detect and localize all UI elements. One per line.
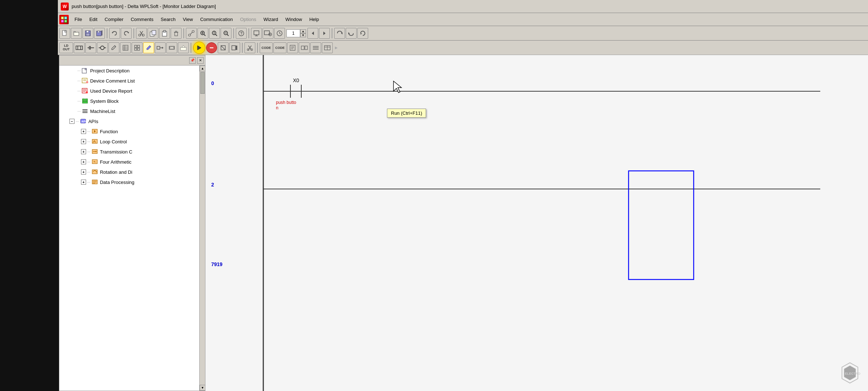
data-processing-icon xyxy=(91,178,98,186)
scrollbar-down[interactable]: ▼ xyxy=(200,385,205,391)
menu-wizard[interactable]: Wizard xyxy=(260,15,282,24)
zoom-normal-button[interactable] xyxy=(197,28,208,39)
run-button[interactable] xyxy=(193,42,205,54)
ld-out-button[interactable]: LDOUT xyxy=(59,42,73,53)
paste-button[interactable] xyxy=(159,28,170,39)
code6-button[interactable] xyxy=(322,42,333,53)
title-bar: W push button[push button] - Delta WPLSo… xyxy=(58,0,868,13)
tree-item-transmission[interactable]: + ··· Transmission C xyxy=(59,147,205,157)
code2-button[interactable]: CODE xyxy=(273,42,286,53)
tree-item-loop-control[interactable]: + ··· Loop Control xyxy=(59,136,205,147)
count-increment[interactable]: ▲ xyxy=(300,29,306,33)
svg-rect-23 xyxy=(175,32,178,36)
data-processing-expander[interactable]: + xyxy=(81,180,86,185)
monitor1-button[interactable] xyxy=(251,28,262,39)
menu-view[interactable]: View xyxy=(179,15,196,24)
menu-help[interactable]: Help xyxy=(306,15,323,24)
refresh3-button[interactable] xyxy=(357,28,368,39)
apis-expander[interactable]: − xyxy=(69,119,75,124)
toolbar1: ? 1 ▲ ▼ xyxy=(58,26,868,41)
panel-pin-button[interactable]: 📌 xyxy=(189,57,196,64)
menu-file[interactable]: File xyxy=(71,15,86,24)
delete-button[interactable] xyxy=(171,28,182,39)
tree-item-system-block[interactable]: ··· System Block xyxy=(59,96,205,106)
monitor-next-button[interactable] xyxy=(229,42,240,53)
transmission-expander[interactable]: + xyxy=(81,149,86,154)
menu-options[interactable]: Options xyxy=(237,15,260,24)
tree-item-apis[interactable]: − ··· API APIs xyxy=(59,116,205,126)
cut2-button[interactable] xyxy=(244,42,255,53)
program-count-input[interactable]: 1 xyxy=(286,29,300,37)
ladder-area[interactable]: X0 push butto n 0 2 7919 xyxy=(205,55,868,391)
loop-control-expander[interactable]: + xyxy=(81,139,86,144)
copy-button[interactable] xyxy=(148,28,158,39)
svg-rect-75 xyxy=(157,46,160,49)
function-expander[interactable]: + xyxy=(81,129,86,134)
svg-marker-55 xyxy=(361,33,362,35)
zoom-out-button[interactable] xyxy=(221,28,231,39)
edit-tool-button[interactable] xyxy=(109,42,119,53)
watermark: ELECTRO xyxy=(839,362,861,384)
navigate-next-button[interactable] xyxy=(319,28,330,39)
open-button[interactable] xyxy=(71,28,82,39)
contact-button[interactable] xyxy=(85,42,96,53)
svg-rect-41 xyxy=(254,31,259,35)
refresh2-button[interactable] xyxy=(346,28,357,39)
help2-button[interactable] xyxy=(178,42,189,53)
coil-button[interactable] xyxy=(97,42,108,53)
monitor-pause-button[interactable] xyxy=(218,42,229,53)
navigate-prev-button[interactable] xyxy=(307,28,318,39)
tree-item-data-processing[interactable]: + ··· Data Processing xyxy=(59,177,205,187)
redo-button[interactable] xyxy=(121,28,132,39)
connector-button[interactable] xyxy=(155,42,166,53)
left-panel xyxy=(0,0,59,391)
menu-comments[interactable]: Comments xyxy=(127,15,157,24)
zoom-in-button[interactable] xyxy=(209,28,220,39)
rotation-expander[interactable]: + xyxy=(81,169,86,175)
menu-communication[interactable]: Communication xyxy=(196,15,236,24)
clock-button[interactable] xyxy=(274,28,285,39)
svg-marker-77 xyxy=(162,47,163,49)
menu-window[interactable]: Window xyxy=(282,15,306,24)
code4-button[interactable] xyxy=(299,42,310,53)
tree-item-project-desc[interactable]: ··· Project Description xyxy=(59,66,205,76)
menu-edit[interactable]: Edit xyxy=(86,15,101,24)
menu-compiler[interactable]: Compiler xyxy=(101,15,127,24)
code1-button[interactable]: CODE xyxy=(260,42,273,53)
refresh1-button[interactable] xyxy=(334,28,345,39)
cut-button[interactable] xyxy=(136,28,147,39)
svg-rect-11 xyxy=(98,31,99,33)
tree-item-used-device[interactable]: ··· Used Device Report xyxy=(59,86,205,96)
four-arith-expander[interactable]: + xyxy=(81,159,86,164)
menu-search[interactable]: Search xyxy=(157,15,179,24)
save-all-button[interactable] xyxy=(94,28,105,39)
stop-button[interactable] xyxy=(206,42,217,53)
count-decrement[interactable]: ▼ xyxy=(300,33,306,37)
tree-item-four-arith[interactable]: + ··· +- Four Arithmetic xyxy=(59,157,205,167)
scrollbar-thumb[interactable] xyxy=(200,72,205,94)
rung-button[interactable] xyxy=(74,42,85,53)
table-button[interactable] xyxy=(120,42,131,53)
output2-button[interactable] xyxy=(166,42,177,53)
code3-button[interactable] xyxy=(287,42,298,53)
help-button[interactable]: ? xyxy=(236,28,247,39)
tree-item-function[interactable]: + ··· Function xyxy=(59,126,205,136)
tree-item-rotation[interactable]: + ··· Rotation and Di xyxy=(59,167,205,177)
sep4 xyxy=(233,28,234,38)
tree-scrollbar: ▲ ▼ xyxy=(199,66,205,391)
pen-button[interactable] xyxy=(143,42,154,53)
code5-button[interactable] xyxy=(310,42,321,53)
svg-line-37 xyxy=(227,34,229,36)
new-button[interactable] xyxy=(59,28,70,39)
tree-container: ··· Project Description ··· Device Comme… xyxy=(59,66,205,391)
undo-button[interactable] xyxy=(109,28,120,39)
draw-connect-button[interactable] xyxy=(186,28,197,39)
grid-button[interactable] xyxy=(132,42,142,53)
tree-item-device-comment[interactable]: ··· Device Comment List xyxy=(59,76,205,86)
monitor2-button[interactable] xyxy=(263,28,273,39)
scrollbar-up[interactable]: ▲ xyxy=(200,66,205,71)
tree-item-machinelist[interactable]: ··· MachineList xyxy=(59,106,205,116)
save-button[interactable] xyxy=(82,28,93,39)
sep5 xyxy=(248,28,249,38)
panel-close-button[interactable]: ✕ xyxy=(197,57,204,64)
